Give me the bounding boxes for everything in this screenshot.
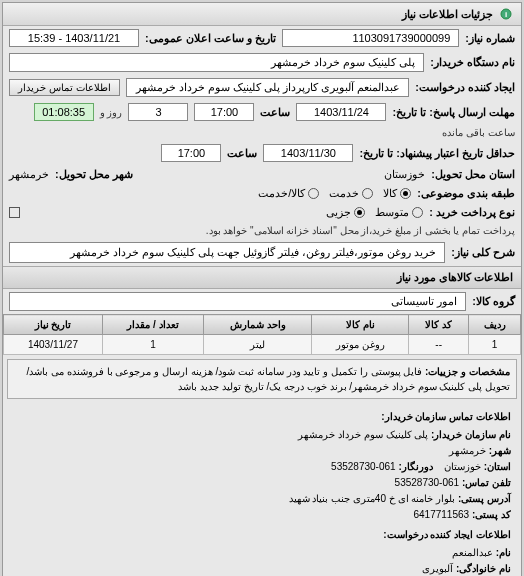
radio-icon [400, 188, 411, 199]
radio-icon [354, 207, 365, 218]
cell-date: 1403/11/27 [4, 335, 103, 355]
validity-label: حداقل تاریخ اعتبار پیشنهاد: تا تاریخ: [359, 147, 515, 160]
c-state-label: استان: [484, 461, 511, 472]
th-date: تاریخ نیاز [4, 315, 103, 335]
contact-section: اطلاعات تماس سازمان خریدار: نام سازمان خ… [3, 403, 521, 576]
c-postal-label: کد پستی: [472, 509, 511, 520]
goods-group-value: امور تاسیساتی [9, 292, 466, 311]
req-number-value: 1103091739000099 [282, 29, 459, 47]
validity-date: 1403/11/30 [263, 144, 353, 162]
c-org: پلی کلینیک سوم خرداد خرمشهر [298, 429, 428, 440]
description-label: شرح کلی نیاز: [451, 246, 515, 259]
cell-qty: 1 [102, 335, 203, 355]
validity-time: 17:00 [161, 144, 221, 162]
cell-code: -- [409, 335, 469, 355]
radio-both-label: کالا/خدمت [258, 187, 305, 200]
details-label: مشخصات و جزییات: [425, 366, 510, 377]
announce-label: تاریخ و ساعت اعلان عمومی: [145, 32, 276, 45]
time-label-2: ساعت [227, 147, 257, 160]
goods-section-heading: اطلاعات کالاهای مورد نیاز [3, 266, 521, 289]
timer-label: ساعت باقی مانده [442, 127, 515, 138]
contact-heading: اطلاعات تماس سازمان خریدار: [13, 409, 511, 425]
response-time: 17:00 [194, 103, 254, 121]
delivery-city-label: شهر محل تحویل: [55, 168, 133, 181]
c-name: عبدالمنعم [452, 547, 493, 558]
response-deadline-label: مهلت ارسال پاسخ: تا تاریخ: [392, 106, 515, 119]
buyer-org-label: نام دستگاه خریدار: [430, 56, 515, 69]
c-phone: 061-53528730 [395, 477, 460, 488]
c-family: آلبویری [422, 563, 453, 574]
c-address: بلوار خامنه ای خ 40متری جنب بنیاد شهید [289, 493, 456, 504]
panel-header: i جزئیات اطلاعات نیاز [3, 3, 521, 26]
goods-table: ردیف کد کالا نام کالا واحد شمارش تعداد /… [3, 314, 521, 355]
req-number-label: شماره نیاز: [465, 32, 515, 45]
subject-type-label: طبقه بندی موضوعی: [417, 187, 515, 200]
c-fax: 061-53528730 [331, 461, 396, 472]
days-label: روز و [100, 107, 123, 118]
c-fax-label: دورنگار: [398, 461, 432, 472]
c-org-label: نام سازمان خریدار: [431, 429, 511, 440]
radio-both[interactable]: کالا/خدمت [258, 187, 319, 200]
radio-goods-label: کالا [383, 187, 397, 200]
th-row: ردیف [469, 315, 521, 335]
time-label-1: ساعت [260, 106, 290, 119]
c-family-label: نام خانوادگی: [456, 563, 511, 574]
radio-medium-label: متوسط [375, 206, 409, 219]
th-name: نام کالا [312, 315, 409, 335]
th-code: کد کالا [409, 315, 469, 335]
delivery-state-label: استان محل تحویل: [431, 168, 515, 181]
purchase-radio-group: متوسط جزیی [326, 206, 423, 219]
table-row: 1 -- روغن موتور لیتر 1 1403/11/27 [4, 335, 521, 355]
th-qty: تعداد / مقدار [102, 315, 203, 335]
days-remaining: 3 [128, 103, 188, 121]
details-box: مشخصات و جزییات: فایل پیوستی را تکمیل و … [7, 359, 517, 399]
panel-title: جزئیات اطلاعات نیاز [402, 8, 493, 21]
c-city-label: شهر: [489, 445, 511, 456]
c-city: خرمشهر [449, 445, 486, 456]
svg-text:i: i [505, 10, 507, 19]
purchase-type-label: نوع پرداخت خرید : [429, 206, 515, 219]
c-state: خوزستان [444, 461, 481, 472]
requester-value: عبدالمنعم آلبویری کارپرداز پلی کلینیک سو… [126, 78, 410, 97]
cell-row: 1 [469, 335, 521, 355]
radio-service[interactable]: خدمت [329, 187, 373, 200]
info-icon: i [499, 7, 513, 21]
buyer-org-value: پلی کلینیک سوم خرداد خرمشهر [9, 53, 424, 72]
cell-name: روغن موتور [312, 335, 409, 355]
c-name-label: نام: [496, 547, 511, 558]
radio-partial-label: جزیی [326, 206, 351, 219]
c-phone-label: تلفن تماس: [462, 477, 511, 488]
radio-partial[interactable]: جزیی [326, 206, 365, 219]
payment-note: پرداخت تمام یا بخشی از مبلغ خرید،از محل … [206, 225, 515, 236]
radio-icon [412, 207, 423, 218]
radio-service-label: خدمت [329, 187, 359, 200]
subject-radio-group: کالا خدمت کالا/خدمت [258, 187, 411, 200]
requester-heading: اطلاعات ایجاد کننده درخواست: [13, 527, 511, 543]
delivery-city: خرمشهر [9, 168, 49, 181]
radio-icon [308, 188, 319, 199]
th-unit: واحد شمارش [203, 315, 311, 335]
c-address-label: آدرس پستی: [458, 493, 511, 504]
buyer-contact-button[interactable]: اطلاعات تماس خریدار [9, 79, 120, 96]
radio-goods[interactable]: کالا [383, 187, 411, 200]
goods-group-label: گروه کالا: [472, 295, 515, 308]
delivery-state: خوزستان [384, 168, 425, 181]
radio-icon [362, 188, 373, 199]
radio-medium[interactable]: متوسط [375, 206, 423, 219]
response-date: 1403/11/24 [296, 103, 386, 121]
countdown-timer: 01:08:35 [34, 103, 94, 121]
c-postal: 6417711563 [413, 509, 469, 520]
description-text: خرید روغن موتور،فیلتر روغن، فیلتر گازوئی… [9, 242, 445, 263]
requester-label: ایجاد کننده درخواست: [415, 81, 515, 94]
treasury-checkbox[interactable] [9, 207, 20, 218]
announce-value: 1403/11/21 - 15:39 [9, 29, 139, 47]
cell-unit: لیتر [203, 335, 311, 355]
